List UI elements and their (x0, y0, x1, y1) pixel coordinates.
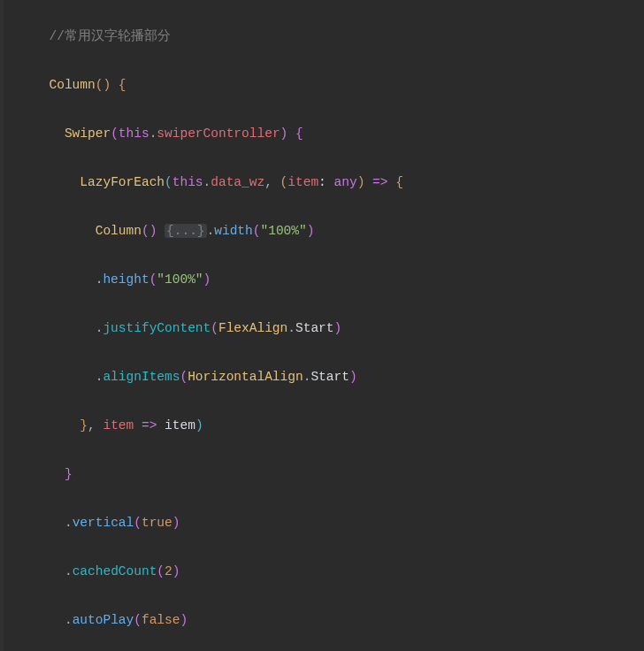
code-line: LazyForEach(this.data_wz, (item: any) =>… (4, 171, 644, 195)
code-editor[interactable]: //常用汉字轮播部分 Column() { Swiper(this.swiper… (0, 0, 644, 651)
code-line: }, item => item) (4, 414, 644, 439)
code-line: Swiper(this.swiperController) { (4, 122, 644, 147)
code-line: .justifyContent(FlexAlign.Start) (4, 317, 644, 341)
code-line: } (4, 463, 644, 487)
code-line: .alignItems(HorizontalAlign.Start) (4, 365, 644, 390)
comment: //常用汉字轮播部分 (50, 29, 171, 43)
code-line: .autoPlay(false) (4, 609, 644, 633)
code-line: //常用汉字轮播部分 (4, 25, 644, 50)
code-line: .vertical(true) (4, 511, 644, 536)
code-line: Column() { (4, 73, 644, 98)
code-line: .cachedCount(2) (4, 560, 644, 585)
code-line: Column() {...}.width("100%") (4, 219, 644, 244)
code-line: .height("100%") (4, 268, 644, 293)
code-fold[interactable]: {...} (165, 224, 207, 238)
